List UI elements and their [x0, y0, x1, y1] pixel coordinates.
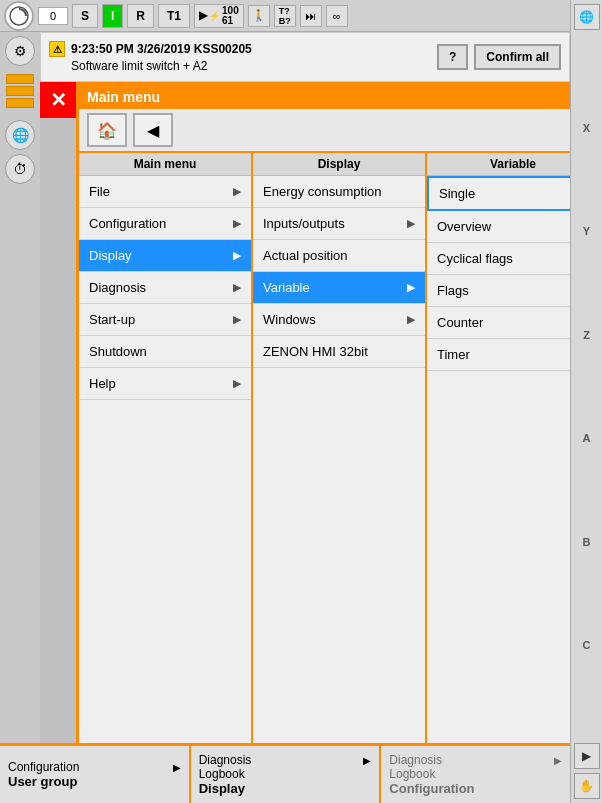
alert-message: Software limit switch + A2 [49, 59, 252, 73]
startup-arrow: ▶ [233, 313, 241, 326]
menu-wrapper: Main menu 🏠 ◀ Main menu File ▶ Configura… [76, 82, 602, 803]
top-bar: 0 S I R T1 ▶ ⚡ 100 61 🚶 T?B? ⏭ ∞ [0, 0, 602, 32]
globe-icon[interactable]: 🌐 [5, 120, 35, 150]
walk-icon[interactable]: 🚶 [248, 5, 270, 27]
globe-right-icon[interactable]: 🌐 [574, 4, 600, 30]
bottom-cell-2-label: Diagnosis [199, 753, 252, 767]
menu-item-display[interactable]: Display ▶ [79, 240, 251, 272]
inputs-label: Inputs/outputs [263, 216, 345, 231]
r-button[interactable]: R [127, 4, 154, 28]
t1-button[interactable]: T1 [158, 4, 190, 28]
diagnosis-arrow: ▶ [233, 281, 241, 294]
menu-item-windows[interactable]: Windows ▶ [253, 304, 425, 336]
bottom-cell-3-arrow: ▶ [554, 755, 562, 766]
variable-label: Variable [263, 280, 310, 295]
bottom-cell-3-bot: Configuration [389, 781, 562, 796]
bottom-cell-3-top: Diagnosis ▶ [389, 753, 562, 767]
actual-pos-label: Actual position [263, 248, 348, 263]
back-nav-button[interactable]: ◀ [133, 113, 173, 147]
menu-item-actual-pos[interactable]: Actual position [253, 240, 425, 272]
indicator-2 [6, 86, 34, 96]
single-label: Single [439, 186, 475, 201]
bottom-cell-1-top: Configuration ▶ [8, 760, 181, 774]
menu-item-configuration[interactable]: Configuration ▶ [79, 208, 251, 240]
flags-label: Flags [437, 283, 469, 298]
play-right-button[interactable]: ▶ [574, 743, 600, 769]
bottom-cell-2-bot: Display [199, 781, 372, 796]
help-button[interactable]: ? [437, 44, 468, 70]
variable-arrow: ▶ [407, 281, 415, 294]
menu-nav: 🏠 ◀ [79, 109, 599, 151]
alert-timestamp: 9:23:50 PM 3/26/2019 KSS00205 [71, 42, 252, 56]
file-arrow: ▶ [233, 185, 241, 198]
bottom-cell-1[interactable]: Configuration ▶ User group [0, 746, 191, 803]
close-button[interactable]: ✕ [40, 82, 76, 118]
bottom-cell-1-arrow: ▶ [173, 762, 181, 773]
app-logo [4, 1, 34, 31]
right-sidebar: 🌐 X Y Z A B C ▶ ✋ [570, 0, 602, 803]
left-sidebar: ⚙ 🌐 ⏱ [0, 32, 40, 743]
counter-label: Counter [437, 315, 483, 330]
alert-buttons: ? Confirm all [437, 44, 561, 70]
bottom-bar: Configuration ▶ User group Diagnosis ▶ L… [0, 743, 570, 803]
warning-icon: ⚠ [49, 41, 65, 57]
alert-row1: ⚠ 9:23:50 PM 3/26/2019 KSS00205 [49, 41, 252, 57]
menu-item-zenon[interactable]: ZENON HMI 32bit [253, 336, 425, 368]
configuration-label: Configuration [89, 216, 166, 231]
menu-item-variable[interactable]: Variable ▶ [253, 272, 425, 304]
menu-item-energy[interactable]: Energy consumption [253, 176, 425, 208]
help-arrow: ▶ [233, 377, 241, 390]
settings-icon[interactable]: ⚙ [5, 36, 35, 66]
play-icon: ▶ [199, 9, 207, 22]
timer-label: Timer [437, 347, 470, 362]
menu-item-inputs[interactable]: Inputs/outputs ▶ [253, 208, 425, 240]
tech-icon[interactable]: T?B? [274, 5, 296, 27]
bottom-cell-2[interactable]: Diagnosis ▶ Logbook Display [191, 746, 382, 803]
menu-col-2: Display Energy consumption Inputs/output… [253, 153, 427, 800]
menu-item-startup[interactable]: Start-up ▶ [79, 304, 251, 336]
windows-arrow: ▶ [407, 313, 415, 326]
s-button[interactable]: S [72, 4, 98, 28]
bottom-cell-2-arrow: ▶ [363, 755, 371, 766]
file-label: File [89, 184, 110, 199]
play-speed-group[interactable]: ▶ ⚡ 100 61 [194, 4, 244, 28]
col2-header: Display [253, 153, 425, 176]
display-arrow: ▶ [233, 249, 241, 262]
menu-columns: Main menu File ▶ Configuration ▶ Display… [79, 151, 599, 800]
clock-icon[interactable]: ⏱ [5, 154, 35, 184]
hand-right-icon[interactable]: ✋ [574, 773, 600, 799]
menu-title: Main menu [79, 85, 599, 109]
x-label: X [583, 122, 590, 134]
bottom-cell-3: Diagnosis ▶ Logbook Configuration [381, 746, 570, 803]
confirm-all-button[interactable]: Confirm all [474, 44, 561, 70]
cyclical-label: Cyclical flags [437, 251, 513, 266]
help-label: Help [89, 376, 116, 391]
zenon-label: ZENON HMI 32bit [263, 344, 368, 359]
menu-item-file[interactable]: File ▶ [79, 176, 251, 208]
menu-item-diagnosis[interactable]: Diagnosis ▶ [79, 272, 251, 304]
menu-item-help[interactable]: Help ▶ [79, 368, 251, 400]
menu-item-shutdown[interactable]: Shutdown [79, 336, 251, 368]
bottom-cell-1-bot: User group [8, 774, 181, 789]
configuration-arrow: ▶ [233, 217, 241, 230]
speed-value: 100 61 [222, 6, 239, 26]
inputs-arrow: ▶ [407, 217, 415, 230]
speed-icon: ⚡ [209, 11, 220, 21]
indicator-1 [6, 74, 34, 84]
y-label: Y [583, 225, 590, 237]
skip-icon[interactable]: ⏭ [300, 5, 322, 27]
display-label: Display [89, 248, 132, 263]
a-label: A [583, 432, 591, 444]
menu-col-1: Main menu File ▶ Configuration ▶ Display… [79, 153, 253, 800]
col1-header: Main menu [79, 153, 251, 176]
infinity-icon[interactable]: ∞ [326, 5, 348, 27]
i-button[interactable]: I [102, 4, 123, 28]
position-value: 0 [38, 7, 68, 25]
bottom-cell-2-mid: Logbook [199, 767, 372, 781]
z-label: Z [583, 329, 590, 341]
home-nav-button[interactable]: 🏠 [87, 113, 127, 147]
startup-label: Start-up [89, 312, 135, 327]
indicator-3 [6, 98, 34, 108]
bottom-cell-3-label: Diagnosis [389, 753, 442, 767]
bottom-cell-2-top: Diagnosis ▶ [199, 753, 372, 767]
